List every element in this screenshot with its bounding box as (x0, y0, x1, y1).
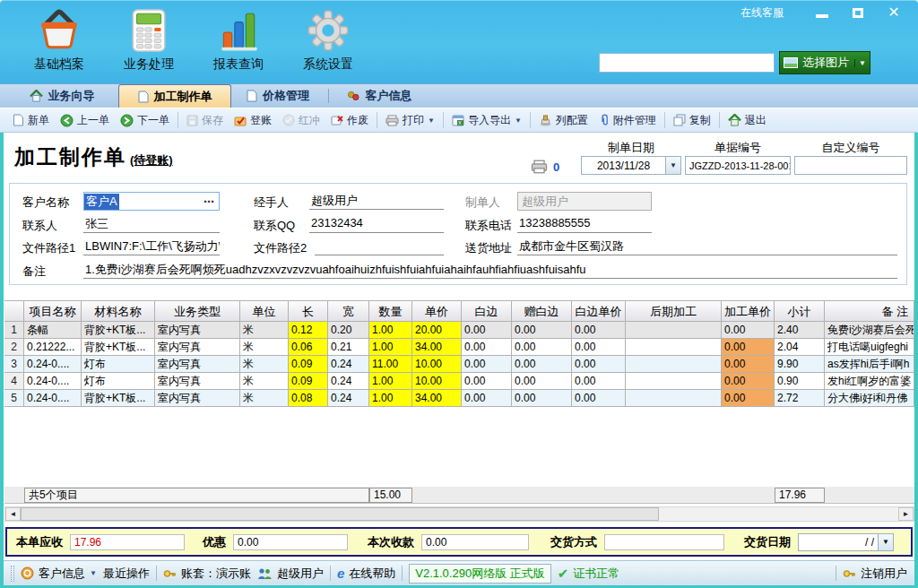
grid-cell[interactable]: 灯布 (82, 373, 155, 390)
tab-business-wizard[interactable]: 业务向导 (5, 84, 118, 108)
grid-cell[interactable]: 0.00 (512, 322, 572, 339)
column-config-button[interactable]: 列配置 (533, 110, 593, 131)
grid-cell[interactable] (626, 322, 722, 339)
account-set-item[interactable]: 账套：演示账 (163, 566, 251, 582)
scroll-right-arrow-icon[interactable]: ► (898, 507, 914, 521)
grid-cell[interactable] (626, 356, 722, 373)
grid-cell[interactable]: 0.00 (462, 339, 512, 356)
grid-cell[interactable]: 0.12 (289, 322, 328, 339)
grid-cell[interactable]: 0.21 (328, 339, 369, 356)
grid-header-cell[interactable]: 宽 (328, 300, 369, 322)
grid-cell[interactable]: 米 (240, 373, 289, 390)
table-row[interactable]: 30.24-0....灯布室内写真米0.090.2411.0010.000.00… (4, 356, 914, 373)
grid-cell[interactable] (626, 390, 722, 407)
grid-cell[interactable]: 0.00 (572, 322, 626, 339)
print-button[interactable]: 打印 ▼ (380, 110, 440, 131)
maximize-button[interactable] (846, 4, 870, 21)
nav-item-settings[interactable]: 系统设置 (285, 6, 371, 78)
grid-cell[interactable]: 0.00 (722, 373, 775, 390)
grid-cell[interactable]: 2.40 (775, 322, 825, 339)
grid-header-cell[interactable]: 材料名称 (82, 300, 155, 322)
grid-cell[interactable]: 灯布 (82, 356, 155, 373)
scrollbar-thumb[interactable] (21, 507, 659, 521)
grid-cell[interactable]: 0.06 (289, 339, 328, 356)
grid-cell[interactable]: 0.24-0.... (24, 390, 82, 407)
grid-cell[interactable]: 11.00 (369, 356, 412, 373)
contact-input[interactable]: 张三 (83, 215, 220, 233)
grid-cell[interactable]: 0.21222... (24, 339, 82, 356)
tab-customer-info[interactable]: 客户信息 (333, 84, 426, 108)
customer-info-button[interactable]: 客户信息 ▼ (21, 566, 97, 582)
void-button[interactable]: 作废 (325, 110, 374, 131)
customer-input[interactable]: 客户A ⋯ (83, 192, 220, 211)
grid-cell[interactable]: 0.00 (512, 390, 572, 407)
logout-button[interactable]: 注销用户 (843, 566, 907, 582)
file-path1-input[interactable]: LBWIN7:F:\工作\飞扬动力\ (83, 238, 220, 255)
grid-cell[interactable]: 2.04 (775, 339, 825, 356)
grid-cell[interactable]: 打电话噶uigfeghi (825, 339, 914, 356)
grid-cell[interactable]: 背胶+KT板... (82, 322, 155, 339)
order-number-field[interactable]: JGZZD-2013-11-28-001 (685, 156, 791, 175)
grid-cell[interactable]: 0.24-0.... (24, 356, 82, 373)
grid-cell[interactable]: 9.90 (775, 356, 825, 373)
choose-image-button[interactable]: 选择图片 ▼ (779, 51, 870, 74)
previous-order-button[interactable]: 上一单 (55, 110, 115, 131)
qq-input[interactable]: 23132434 (309, 215, 444, 233)
tab-processing-order[interactable]: 加工制作单 (118, 84, 231, 108)
note-input[interactable]: 1.免费i沙湖赛后会死啊烦死uadhzvzxvzvzvzvuahfoaihuiz… (83, 261, 897, 279)
nav-item-reports[interactable]: 报表查询 (195, 6, 281, 78)
grid-cell[interactable]: 米 (240, 339, 289, 356)
grid-cell[interactable]: as发挥hi后手i啊h (825, 356, 914, 373)
grid-cell[interactable]: 0.00 (572, 373, 626, 390)
grid-header-cell[interactable]: 小计 (775, 300, 825, 322)
table-row[interactable]: 20.21222...背胶+KT板...室内写真米0.060.211.0034.… (4, 339, 914, 356)
image-path-input[interactable] (599, 53, 775, 73)
import-export-button[interactable]: X 导入导出 ▼ (446, 110, 527, 131)
grid-cell[interactable]: 0.08 (289, 390, 328, 407)
grid-header-cell[interactable]: 白边单价 (572, 300, 626, 322)
table-row[interactable]: 50.24-0....背胶+KT板...室内写真米0.080.241.0034.… (4, 390, 914, 407)
grid-header-cell[interactable]: 后期加工 (626, 300, 722, 322)
grid-cell[interactable]: 0.00 (462, 356, 512, 373)
grid-cell[interactable]: 0.00 (722, 390, 775, 407)
grid-cell[interactable]: 1.00 (369, 339, 412, 356)
discount-input[interactable]: 0.00 (233, 534, 348, 550)
grid-header-cell[interactable]: 备 注 (825, 300, 914, 322)
current-user-item[interactable]: 超级用户 (257, 566, 324, 582)
grid-header-cell[interactable]: 单价 (412, 300, 462, 322)
printer-icon[interactable] (531, 160, 548, 174)
delivery-address-input[interactable]: 成都市金牛区蜀汉路 (517, 238, 897, 255)
grid-cell[interactable]: 0.09 (289, 373, 328, 390)
nav-item-business[interactable]: 业务处理 (106, 6, 192, 78)
grid-cell[interactable] (626, 373, 722, 390)
grid-cell[interactable]: 0.00 (462, 390, 512, 407)
online-service-link[interactable]: 在线客服 (740, 5, 784, 21)
table-row[interactable]: 1条幅背胶+KT板...室内写真米0.120.201.0020.000.000.… (4, 322, 914, 339)
grid-cell[interactable]: 0.00 (722, 339, 775, 356)
custom-number-field[interactable] (794, 156, 907, 175)
new-order-button[interactable]: 新单 (7, 110, 55, 131)
grid-cell[interactable]: 1.00 (369, 322, 412, 339)
tab-price-management[interactable]: 价格管理 (231, 84, 325, 108)
grid-header-cell[interactable]: 数量 (369, 300, 412, 322)
grid-cell[interactable]: 室内写真 (155, 356, 240, 373)
chevron-down-icon[interactable]: ▼ (428, 117, 435, 125)
grid-cell[interactable]: 2.72 (775, 390, 825, 407)
post-account-button[interactable]: 登账 (229, 110, 277, 131)
grid-header-cell[interactable] (4, 300, 24, 322)
handler-input[interactable]: 超级用户 (309, 192, 444, 210)
file-path2-input[interactable] (315, 238, 444, 255)
table-row[interactable]: 40.24-0....灯布室内写真米0.090.241.0010.000.000… (4, 373, 914, 390)
grid-cell[interactable]: 1.00 (369, 390, 412, 407)
chevron-down-icon[interactable]: ▼ (878, 534, 893, 550)
grid-cell[interactable]: 34.00 (412, 390, 462, 407)
nav-item-base-archives[interactable]: 基础档案 (16, 6, 102, 78)
grid-cell[interactable]: 米 (240, 322, 289, 339)
grid-cell[interactable]: 发hi红啊岁的富婆 (825, 373, 914, 390)
grid-cell[interactable]: 免费i沙湖赛后会死 (825, 322, 914, 339)
grid-header-cell[interactable]: 项目名称 (24, 300, 82, 322)
grid-cell[interactable]: 0.00 (462, 322, 512, 339)
horizontal-scrollbar[interactable]: ◄ ► (4, 506, 914, 522)
chevron-down-icon[interactable]: ▼ (665, 157, 680, 174)
grid-cell[interactable]: 0.20 (328, 322, 369, 339)
